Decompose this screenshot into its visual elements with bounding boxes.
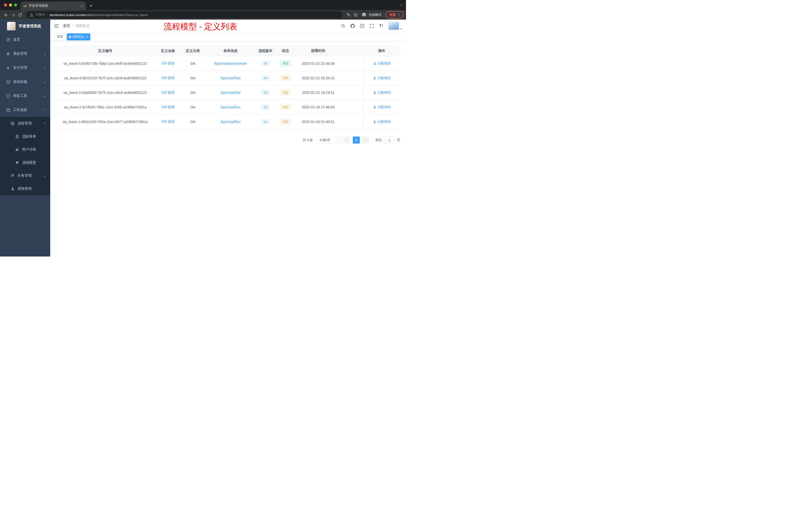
- breadcrumb-separator: /: [72, 24, 73, 28]
- dashboard-icon: [5, 38, 10, 42]
- window-minimize-button[interactable]: [9, 3, 12, 6]
- definition-name-link[interactable]: OA 请假: [162, 61, 174, 66]
- sidebar-item-label: 流程表单: [22, 134, 36, 139]
- sidebar-item-process-model[interactable]: 流程模型: [0, 156, 50, 169]
- window-close-button[interactable]: [4, 3, 7, 6]
- address-bar[interactable]: 不安全 dashboard.yudao.iocoder.cn/bpm/manag…: [26, 11, 343, 18]
- version-badge: v4: [261, 76, 270, 81]
- sidebar-toggle-icon[interactable]: [54, 24, 59, 28]
- sidebar-item-system[interactable]: 系统管理: [0, 47, 50, 61]
- definition-category: OA: [180, 71, 205, 85]
- search-icon[interactable]: [340, 23, 346, 29]
- col-header-id: 定义编号: [55, 46, 156, 56]
- sidebar-item-infrastructure[interactable]: 基础设施: [0, 75, 50, 89]
- header-actions: ? TT: [340, 22, 402, 30]
- definition-name-link[interactable]: OA 请假: [162, 105, 174, 110]
- goto-page-input[interactable]: [384, 137, 395, 144]
- bookmark-star-icon[interactable]: [352, 11, 359, 18]
- user-icon: [373, 62, 376, 65]
- sidebar-item-process-form[interactable]: 流程表单: [0, 130, 50, 143]
- col-header-action: 操作: [363, 46, 400, 56]
- help-icon[interactable]: ?: [359, 23, 365, 29]
- table-row: oa_leave:3:1fad3d93-7b75-11ec-a3c8-acde4…: [55, 85, 400, 100]
- sidebar-item-devtools[interactable]: 研发工具: [0, 89, 50, 103]
- gear-icon: [5, 52, 10, 56]
- incognito-label: 无痕模式: [369, 12, 382, 17]
- form-link[interactable]: /bpm/oa/flow: [221, 120, 240, 124]
- current-page-button[interactable]: 1: [353, 137, 360, 144]
- chevron-down-icon: [400, 27, 403, 30]
- process-model-icon: [14, 161, 20, 164]
- browser-menu-icon[interactable]: ⋮: [398, 13, 401, 17]
- deploy-time: 2022-01-22 21:48:38: [295, 56, 341, 70]
- sidebar-item-leave-query[interactable]: 请假查询: [0, 182, 50, 195]
- tag-process-definition[interactable]: 流程定义 ×: [67, 33, 90, 40]
- definition-id: oa_leave:4:991f2193-7b7f-11ec-a3c8-acde4…: [55, 71, 156, 85]
- tab-search-icon[interactable]: [400, 2, 402, 6]
- omnibox-divider: [47, 13, 48, 17]
- col-header-name: 定义名称: [156, 46, 180, 56]
- assign-rule-link[interactable]: 分配规则: [373, 61, 391, 66]
- col-header-version: 流程版本: [256, 46, 276, 56]
- app: 芋道管理系统 首页 系统管理 ¥ 支付管理: [0, 20, 406, 256]
- browser-tab-strip: 芋道管理系统 × +: [0, 0, 406, 10]
- password-key-icon[interactable]: [345, 11, 352, 18]
- assign-rule-link[interactable]: 分配规则: [373, 90, 391, 95]
- infrastructure-icon: [5, 80, 10, 84]
- window-zoom-button[interactable]: [14, 3, 17, 6]
- assign-rule-link[interactable]: 分配规则: [373, 119, 391, 124]
- sidebar-item-payment[interactable]: ¥ 支付管理: [0, 61, 50, 75]
- table-row: oa_leave:5:004b710b-7b8a-11ec-8ef0-acde4…: [55, 56, 400, 71]
- definition-id: oa_leave:1:482ec033-762a-11ec-8477-a2380…: [55, 115, 156, 129]
- devtools-icon: [5, 94, 10, 98]
- font-size-icon[interactable]: TT: [378, 23, 384, 29]
- avatar[interactable]: [388, 22, 399, 30]
- definition-category: OA: [180, 85, 205, 100]
- col-header-category: 定义分类: [180, 46, 205, 56]
- prev-page-button[interactable]: [343, 137, 351, 144]
- tab-close-icon[interactable]: ×: [80, 4, 83, 8]
- pagination: 共 5 条 10条/页 1 前往 页: [55, 137, 400, 144]
- tag-home[interactable]: 首页: [55, 33, 65, 40]
- form-link[interactable]: /bpm/oa/flow: [221, 91, 240, 95]
- form-link[interactable]: /bpm/oa/flow: [221, 76, 240, 80]
- sidebar-item-home[interactable]: 首页: [0, 33, 50, 47]
- sidebar-item-process-manage[interactable]: 流程管理: [0, 117, 50, 130]
- browser-update-button[interactable]: 更新 ⋮: [386, 11, 404, 19]
- back-button[interactable]: [2, 11, 9, 18]
- github-icon[interactable]: [349, 23, 356, 29]
- browser-tab[interactable]: 芋道管理系统 ×: [21, 1, 86, 10]
- sidebar-item-user-group[interactable]: 用户分组: [0, 143, 50, 156]
- sidebar-item-workflow[interactable]: 工作流程: [0, 103, 50, 117]
- reload-button[interactable]: [17, 11, 24, 18]
- assign-rule-link[interactable]: 分配规则: [373, 105, 391, 110]
- version-badge: v1: [261, 119, 270, 124]
- tab-favicon: [23, 4, 27, 7]
- tag-close-icon[interactable]: ×: [86, 35, 88, 38]
- new-tab-button[interactable]: +: [89, 3, 92, 8]
- status-badge: 激活: [280, 60, 291, 66]
- page-size-select[interactable]: 10条/页: [317, 137, 341, 144]
- next-page-button[interactable]: [362, 137, 369, 144]
- sidebar-item-label: 流程管理: [18, 121, 32, 126]
- page: 芋道管理系统 × + 不安全 dashboard.yudao.iocoder.c…: [0, 0, 406, 256]
- sidebar-item-task-manage[interactable]: 任务管理: [0, 169, 50, 182]
- assign-rule-link[interactable]: 分配规则: [373, 76, 391, 80]
- chevron-down-icon: [44, 66, 46, 69]
- user-icon: [373, 120, 376, 123]
- breadcrumb-home[interactable]: 首页: [63, 24, 70, 28]
- form-link[interactable]: /bpm/oa/flow: [221, 105, 240, 109]
- security-label: 不安全: [35, 12, 45, 17]
- user-menu[interactable]: [388, 22, 402, 30]
- fullscreen-icon[interactable]: [368, 23, 375, 29]
- user-group-icon: [14, 148, 20, 151]
- forward-button[interactable]: [9, 11, 17, 18]
- user-icon: [373, 105, 376, 109]
- definition-name-link[interactable]: OA 请假: [162, 90, 174, 95]
- definition-name-link[interactable]: OA 请假: [162, 119, 174, 124]
- definition-name-link[interactable]: OA 请假: [162, 76, 174, 80]
- sidebar-item-label: 用户分组: [22, 147, 36, 152]
- browser-toolbar: 不安全 dashboard.yudao.iocoder.cn/bpm/manag…: [0, 10, 406, 20]
- deploy-time: 2022-01-16 17:46:53: [295, 100, 341, 114]
- form-link[interactable]: /bpm/oa/leave/create: [214, 61, 247, 65]
